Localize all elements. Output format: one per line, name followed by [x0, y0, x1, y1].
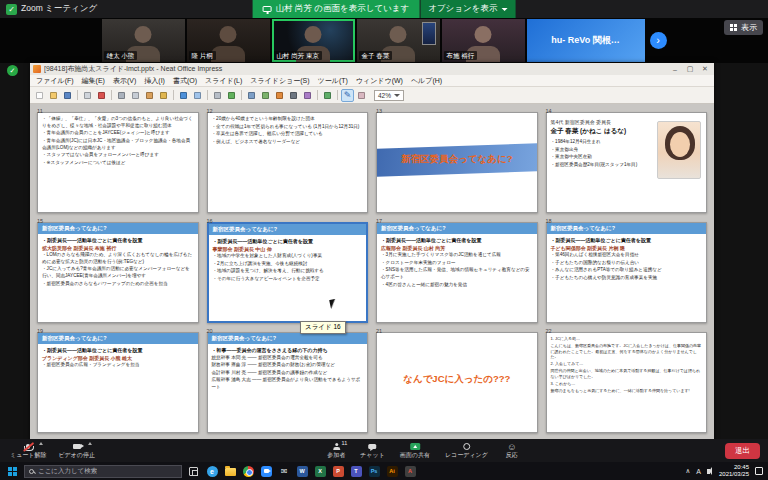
- slide-role-line: 広報部会 副委員長 山村 尚芳: [381, 245, 533, 251]
- word-icon[interactable]: W: [295, 464, 309, 478]
- slide-thumbnail-17[interactable]: 新宿区委員会ってなあに?・副委員長――活動単位ごとに責任者を設置広報部会 副委員…: [376, 222, 538, 323]
- share-screen-button[interactable]: 画面の共有: [400, 442, 430, 459]
- file-explorer-icon[interactable]: [223, 464, 237, 478]
- task-view-button[interactable]: [189, 467, 198, 476]
- undo-icon[interactable]: [177, 89, 190, 102]
- copy-icon[interactable]: [129, 89, 142, 102]
- app-title-bar[interactable]: [98418]布施尚太スライド-lmct.pptx - Neat Office …: [30, 63, 714, 75]
- cut-icon[interactable]: [115, 89, 128, 102]
- slide-thumbnail-21[interactable]: なんでJCに入ったの???: [376, 332, 538, 433]
- video-tile-5[interactable]: 布施 裕行: [442, 19, 525, 62]
- speaker-icon[interactable]: [707, 469, 710, 474]
- menu-item-1[interactable]: ファイル(F): [32, 76, 78, 86]
- acrobat-icon[interactable]: A: [403, 464, 417, 478]
- participants-button[interactable]: 11参加者: [327, 442, 345, 459]
- ime-indicator[interactable]: A: [696, 468, 701, 475]
- slide-paragraph: 同世代の仲間と出会い、地域のために本気で活動する経験は、仕事だけでは得られない学…: [551, 368, 703, 379]
- photoshop-icon[interactable]: Ps: [367, 464, 381, 478]
- view-button[interactable]: 表示: [724, 20, 763, 35]
- menu-item-9[interactable]: ウィンドウ(W): [352, 76, 407, 86]
- slide-thumbnail-20[interactable]: 新宿区委員会ってなあに?・幹事――委員会の運営をささえる縁の下の力持ち総括幹事 …: [207, 332, 369, 433]
- pen-icon[interactable]: ✎: [341, 89, 354, 102]
- menu-item-6[interactable]: スライド(L): [201, 76, 246, 86]
- new-document-icon[interactable]: [33, 89, 46, 102]
- start-button[interactable]: [0, 462, 24, 480]
- slide-bullet: 会計幹事 川村 亮 ―― 新宿区委員会の議事録の作成など: [212, 370, 364, 377]
- share-screen-icon: [406, 442, 424, 451]
- image-icon[interactable]: [259, 89, 272, 102]
- tray-expand-icon[interactable]: ∧: [686, 467, 691, 475]
- slide-thumbnail-16[interactable]: 新宿区委員会ってなあに?・副委員長――活動単位ごとに責任者を設置事業部会 副委員…: [207, 222, 369, 323]
- slide-thumbnail-19[interactable]: 新宿区委員会ってなあに?・副委員長――活動単位ごとに責任者を設置ブランディング部…: [37, 332, 199, 433]
- export-pdf-icon[interactable]: [95, 89, 108, 102]
- zoom-top-bar: ✓ Zoom ミーティング 山村 尚芳 の画面を表示しています オプションを表示: [0, 0, 768, 18]
- chat-button[interactable]: チャット: [360, 442, 385, 459]
- slide-bullet: ・地域の課題を見つけ、解決を考え、行動に挑戦する: [213, 268, 363, 275]
- maximize-button[interactable]: ▢: [684, 65, 696, 73]
- menu-item-2[interactable]: 編集(E): [78, 76, 109, 86]
- slide-bullet: ・4区の皆さんと一緒に新宿の魅力を発信: [381, 282, 533, 289]
- slide-thumbnail-14[interactable]: 第4代 新宿区委員会 委員長金子 春菜 (かねこ はるな)・1984年12月4日…: [546, 112, 708, 213]
- illustrator-icon[interactable]: Ai: [385, 464, 399, 478]
- leave-button[interactable]: 退出: [725, 443, 760, 459]
- video-tile-3[interactable]: 山村 尚芳 東京: [272, 19, 355, 62]
- slide-thumbnail-18[interactable]: 新宿区委員会ってなあに?・副委員長――活動単位ごとに責任者を設置子ども関係部会 …: [546, 222, 708, 323]
- chevron-down-icon: [394, 94, 400, 97]
- menu-item-8[interactable]: ツール(T): [314, 76, 352, 86]
- open-folder-icon[interactable]: [47, 89, 60, 102]
- teams-icon[interactable]: T: [349, 464, 363, 478]
- slide-thumbnail-15[interactable]: 新宿区委員会ってなあに?・副委員長――活動単位ごとに責任者を設置拡大防災部会 副…: [37, 222, 199, 323]
- zoom-icon[interactable]: [259, 464, 273, 478]
- mail-icon[interactable]: ✉: [277, 464, 291, 478]
- clock-date: 2021/03/25: [719, 471, 749, 478]
- unmute-button[interactable]: ミュート解除: [10, 442, 46, 459]
- slide-thumbnail-13[interactable]: 新宿区委員会ってなあに?: [376, 112, 538, 213]
- spelling-icon[interactable]: [225, 89, 238, 102]
- paste-icon[interactable]: [143, 89, 156, 102]
- icon-glyph: [160, 92, 167, 99]
- redo-icon[interactable]: [191, 89, 204, 102]
- slide-thumbnail-22[interactable]: 1. JCに入る前…こんにちは、新宿区委員会の布施です。JCに入会したきっかけは…: [546, 332, 708, 433]
- reactions-button[interactable]: ☺反応: [503, 442, 521, 459]
- slide-thumbnail-11[interactable]: ・「修練」、「奉仕」、「友愛」の3つの信条のもと、より良い社会づくりをめざし、様…: [37, 112, 199, 213]
- slide-subtitle: ・副委員長――活動単位ごとに責任者を設置: [381, 237, 533, 243]
- find-replace-icon[interactable]: [211, 89, 224, 102]
- action-center-icon[interactable]: [755, 467, 763, 475]
- menu-item-4[interactable]: 挿入(I): [140, 76, 169, 86]
- taskbar-search-input[interactable]: ここに入力して検索: [24, 465, 182, 478]
- start-slideshow-icon[interactable]: [321, 89, 334, 102]
- menu-item-7[interactable]: スライドショー(S): [246, 76, 313, 86]
- chart-icon[interactable]: [273, 89, 286, 102]
- icon-glyph: [146, 92, 153, 99]
- powerpoint-icon[interactable]: P: [331, 464, 345, 478]
- table-icon[interactable]: [245, 89, 258, 102]
- edge-icon[interactable]: e: [205, 464, 219, 478]
- save-icon[interactable]: [61, 89, 74, 102]
- video-tile-1[interactable]: 雄太 小熊: [102, 19, 185, 62]
- menu-item-3[interactable]: 表示(V): [109, 76, 140, 86]
- print-icon[interactable]: [81, 89, 94, 102]
- view-options-button[interactable]: オプションを表示: [420, 0, 515, 18]
- menu-item-10[interactable]: ヘルプ(H): [407, 76, 446, 86]
- excel-icon[interactable]: X: [313, 464, 327, 478]
- menu-item-5[interactable]: 書式(O): [169, 76, 201, 86]
- stop-video-button[interactable]: ビデオの停止: [58, 442, 95, 459]
- chrome-icon[interactable]: [241, 464, 255, 478]
- video-tile-2[interactable]: 隆 片桐: [187, 19, 270, 62]
- slide-thumbnail-12[interactable]: ・20歳から40歳までという年齢制限を設けた団体・全ての役職は1年で区切られる事…: [207, 112, 369, 213]
- clone-formatting-icon[interactable]: [157, 89, 170, 102]
- shapes-icon[interactable]: [301, 89, 314, 102]
- record-button[interactable]: レコーディング: [445, 442, 488, 459]
- slide-role-line: 事業部会 副委員長 中山 伸: [213, 246, 363, 252]
- desktop-shortcut-icon[interactable]: ✓: [7, 65, 18, 76]
- next-participants-button[interactable]: ›: [650, 32, 667, 49]
- zoom-level-select[interactable]: 42%: [374, 90, 404, 101]
- app-icon-shape: e: [207, 466, 218, 477]
- minimize-button[interactable]: –: [669, 66, 681, 73]
- text-box-icon[interactable]: [287, 89, 300, 102]
- eraser-icon[interactable]: [355, 89, 368, 102]
- video-tile-4[interactable]: 金子 春菜: [357, 19, 440, 62]
- video-tile-6[interactable]: hu- ReVo 関根…: [527, 19, 645, 62]
- taskbar-clock[interactable]: 20:45 2021/03/25: [719, 464, 749, 478]
- close-button[interactable]: ✕: [699, 65, 711, 73]
